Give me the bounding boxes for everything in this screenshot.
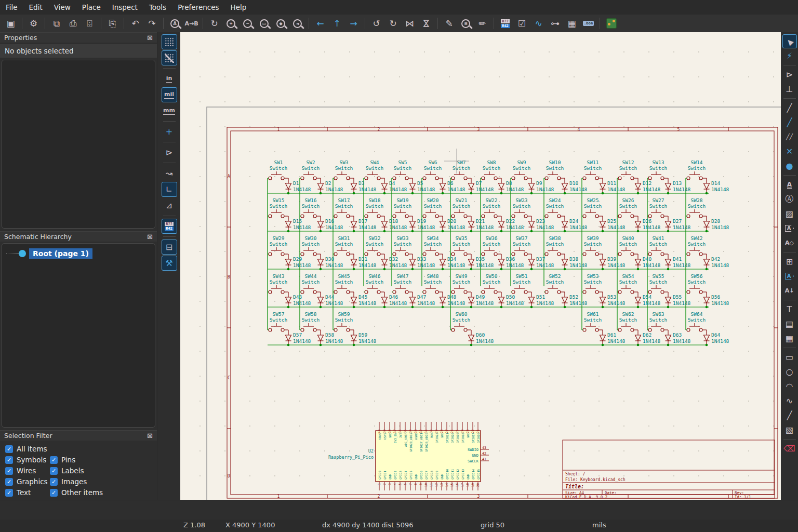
annotate-button[interactable]: R??R42 [498,16,513,31]
switch-cell[interactable]: SW42SwitchD421N4148 [686,235,729,270]
checkbox-icon[interactable]: ✓ [50,478,58,486]
arc-button[interactable]: ◠ [782,379,797,393]
zoom-objects-button[interactable]: ◆ [273,16,288,31]
checkbox-icon[interactable]: ✓ [5,456,13,464]
hierarchy-navigator-button[interactable]: ⊟ [162,240,177,255]
draw-bus-button[interactable]: ╱ [782,115,797,129]
pico-symbol[interactable]: U2Raspberry_Pi_Pico40VBUS1GPIO039VSYS2GP… [328,422,489,490]
sheet-pin-button[interactable]: A [782,269,797,283]
mirror-v-button[interactable]: ⋈ [419,16,434,31]
filter-pins[interactable]: ✓Pins [50,456,75,464]
filter-images[interactable]: ✓Images [50,477,87,486]
symbol-fields-table-button[interactable]: ▦ [564,16,579,31]
filter-symbols[interactable]: ✓Symbols [5,456,46,464]
menu-inspect[interactable]: Inspect [107,0,143,15]
nav-forward-button[interactable]: → [346,16,361,31]
switch-cell[interactable]: SW60SwitchD601N4148 [450,311,494,346]
symbol-fields-editor-button[interactable]: ✏ [475,16,490,31]
paste-button[interactable]: ⎘ [105,16,120,31]
place-power-button[interactable]: ⊥ [782,82,797,96]
grid-dots-button[interactable] [162,34,177,49]
save-button[interactable]: ▣ [3,16,18,31]
filter-other-items[interactable]: ✓Other items [50,488,103,497]
line-button[interactable]: ╱ [782,408,797,422]
checkbox-icon[interactable]: ✓ [50,489,58,497]
checkbox-icon[interactable]: ✓ [5,445,13,453]
select-button[interactable]: ▲ [782,34,797,48]
find-replace-button[interactable]: A→B [184,16,199,31]
close-hierarchy-icon[interactable]: ⊠ [147,233,153,241]
wire-hv-button[interactable]: ∟ [162,182,177,197]
checkbox-icon[interactable]: ✓ [50,456,58,464]
erc-button[interactable]: ☑ [514,16,529,31]
wire-45-button[interactable]: ⊿ [162,198,177,213]
menu-tools[interactable]: Tools [143,0,172,15]
switch-cell[interactable]: SW64SwitchD641N4148 [686,311,729,346]
annotate-auto-button[interactable]: R??R42 [162,219,177,234]
hierarchical-sheet-button[interactable]: ⊞ [782,255,797,269]
circle-button[interactable]: ○ [782,365,797,379]
menu-file[interactable]: File [0,0,23,15]
nav-up-button[interactable]: ↑ [329,16,344,31]
assign-footprints-button[interactable]: ⊶ [548,16,563,31]
find-button[interactable]: A [167,16,182,31]
text-box-button[interactable]: ▤ [782,317,797,331]
zoom-selection-button[interactable]: ◄ [290,16,305,31]
import-sheet-pin-button[interactable]: A↓ [782,284,797,298]
checkbox-icon[interactable]: ✓ [50,467,58,475]
rule-area-button[interactable]: ▨ [782,207,797,221]
place-symbol-button[interactable]: ⊳ [782,68,797,82]
net-label-button[interactable]: A [782,178,797,192]
filter-text[interactable]: ✓Text [5,488,31,497]
rectangle-button[interactable]: ▭ [782,350,797,364]
switch-cell[interactable]: SW28SwitchD281N4148 [686,197,729,232]
net-class-directive-button[interactable]: Ⓐ [782,192,797,206]
grid-override-button[interactable] [162,50,177,65]
units-mils-button[interactable]: mil [162,87,177,102]
plot-button[interactable]: ⌹ [82,16,97,31]
table-button[interactable]: ▦ [782,331,797,345]
pcb-editor-button[interactable] [604,16,619,31]
menu-preferences[interactable]: Preferences [172,0,224,15]
switch-cell[interactable]: SW14SwitchD141N4148 [686,159,729,194]
bezier-button[interactable]: ∿ [782,394,797,408]
close-selection-filter-icon[interactable]: ⊠ [147,432,153,440]
filter-all-items[interactable]: ✓All items [5,445,47,453]
menu-place[interactable]: Place [76,0,107,15]
menu-edit[interactable]: Edit [23,0,48,15]
refresh-button[interactable]: ↻ [207,16,222,31]
menu-view[interactable]: View [48,0,76,15]
zoom-page-button[interactable]: ▭ [257,16,272,31]
junction-button[interactable]: ● [782,159,797,173]
image-button[interactable]: ▧ [782,423,797,437]
filter-labels[interactable]: ✓Labels [50,467,84,475]
symbol-editor-button[interactable]: ✎ [442,16,457,31]
menu-help[interactable]: Help [225,0,252,15]
global-label-button[interactable]: A [782,221,797,235]
properties-panel-button[interactable]: ⚒ [162,256,177,271]
zoom-in-button[interactable]: + [223,16,238,31]
rotate-ccw-button[interactable]: ↺ [369,16,384,31]
zoom-out-button[interactable]: − [240,16,255,31]
copy-button[interactable]: ⧉ [49,16,64,31]
hierarchical-label-button[interactable]: A◇ [782,236,797,250]
wire-free-angle-button[interactable]: ↝ [162,166,177,181]
undo-button[interactable]: ↶ [128,16,143,31]
close-properties-icon[interactable]: ⊠ [147,34,153,42]
units-inches-button[interactable]: in [162,71,177,86]
text-button[interactable]: T [782,302,797,316]
simulator-button[interactable]: ∿ [531,16,546,31]
checkbox-icon[interactable]: ✓ [5,478,13,486]
mirror-h-button[interactable]: ⋈ [402,16,417,31]
switch-cell[interactable]: SW56SwitchD561N4148 [686,273,729,308]
highlight-net-button[interactable]: ⚡ [782,49,797,63]
schematic-canvas[interactable]: 12345123ABCDSW1SwitchD11N4148SW2SwitchD2… [180,32,781,500]
crosshair-cursor-button[interactable]: + [162,124,177,139]
hierarchy-root-item[interactable]: Root (page 1) [6,248,155,259]
filter-wires[interactable]: ✓Wires [5,467,36,475]
filter-graphics[interactable]: ✓Graphics [5,477,48,486]
draw-wire-button[interactable]: ╱ [782,101,797,115]
symbol-library-browser-button[interactable]: ≡ [458,16,473,31]
checkbox-icon[interactable]: ✓ [5,489,13,497]
units-mm-button[interactable]: mm [162,103,177,118]
